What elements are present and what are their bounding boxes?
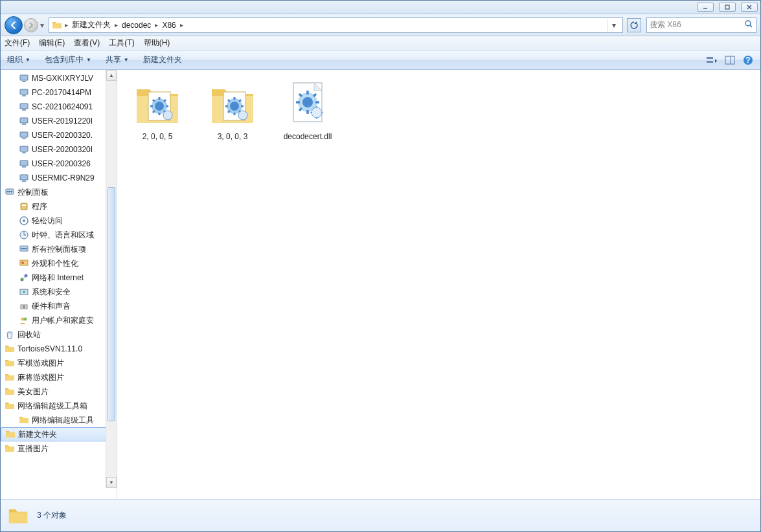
tree-item[interactable]: TortoiseSVN1.11.0 bbox=[1, 342, 117, 356]
tree-item[interactable]: 时钟、语言和区域 bbox=[1, 228, 117, 242]
breadcrumb-item[interactable]: decodec bbox=[119, 19, 153, 31]
tree-item[interactable]: USER-20200326 bbox=[1, 157, 117, 171]
tree-item[interactable]: 程序 bbox=[1, 199, 117, 214]
svg-point-31 bbox=[11, 191, 13, 193]
menu-file[interactable]: 文件(F) bbox=[5, 38, 30, 49]
svg-point-50 bbox=[23, 305, 25, 308]
programs-icon bbox=[19, 201, 29, 212]
file-item[interactable]: 3, 0, 0, 3 bbox=[200, 78, 265, 141]
tree-item[interactable]: 网络编辑超级工具 bbox=[1, 413, 117, 427]
tree-item[interactable]: 外观和个性化 bbox=[1, 256, 117, 271]
refresh-button[interactable] bbox=[627, 18, 641, 32]
forward-button[interactable] bbox=[24, 18, 38, 32]
scroll-thumb[interactable] bbox=[108, 187, 115, 421]
svg-rect-23 bbox=[22, 152, 26, 153]
recycle-icon bbox=[5, 329, 15, 340]
new-folder-button[interactable]: 新建文件夹 bbox=[143, 54, 182, 65]
tree-item[interactable]: 麻将游戏图片 bbox=[1, 370, 117, 384]
folder-icon bbox=[7, 505, 29, 527]
explorer-window: ▾ ▸ 新建文件夹 ▸ decodec ▸ X86 ▸ ▾ 搜索 X86 文件(… bbox=[0, 0, 761, 532]
tree-item-label: SC-20210624091 bbox=[32, 102, 93, 111]
svg-point-77 bbox=[238, 111, 247, 120]
breadcrumb-chevron-icon[interactable]: ▸ bbox=[115, 21, 118, 28]
close-button[interactable] bbox=[741, 3, 758, 12]
tree-item[interactable]: 用户帐户和家庭安 bbox=[1, 313, 117, 327]
breadcrumb-item[interactable]: 新建文件夹 bbox=[69, 18, 113, 32]
svg-rect-13 bbox=[22, 81, 26, 82]
computer-icon bbox=[19, 159, 29, 169]
tree-item[interactable]: 网络和 Internet bbox=[1, 271, 117, 285]
nav-history-dropdown[interactable]: ▾ bbox=[38, 18, 46, 32]
tree-item-label: 回收站 bbox=[17, 329, 41, 340]
tree-item[interactable]: USER-20200320I bbox=[1, 142, 117, 157]
scroll-down-icon[interactable]: ▼ bbox=[106, 477, 117, 488]
tree-item[interactable]: 系统和安全 bbox=[1, 285, 117, 299]
breadcrumb-chevron-icon[interactable]: ▸ bbox=[155, 21, 158, 28]
address-bar[interactable]: ▸ 新建文件夹 ▸ decodec ▸ X86 ▸ ▾ bbox=[49, 17, 623, 33]
svg-line-5 bbox=[750, 25, 752, 27]
control-panel-icon bbox=[19, 244, 29, 254]
svg-point-35 bbox=[23, 219, 25, 222]
include-in-library-button[interactable]: 包含到库中▼ bbox=[45, 54, 91, 65]
tree-item[interactable]: SC-20210624091 bbox=[1, 100, 117, 114]
breadcrumb-item[interactable]: X86 bbox=[159, 19, 178, 31]
menu-bar: 文件(F) 编辑(E) 查看(V) 工具(T) 帮助(H) bbox=[1, 36, 760, 50]
tree-item-label: MS-GXKIXRYJLV bbox=[32, 74, 93, 83]
tree-item[interactable]: 所有控制面板项 bbox=[1, 242, 117, 256]
help-button[interactable]: ? bbox=[742, 54, 754, 66]
menu-tools[interactable]: 工具(T) bbox=[109, 38, 134, 49]
tree-item-label: 所有控制面板项 bbox=[32, 244, 86, 255]
sidebar-scrollbar[interactable]: ▲ ▼ bbox=[106, 70, 117, 488]
view-options-button[interactable] bbox=[706, 54, 718, 66]
breadcrumb-chevron-icon[interactable]: ▸ bbox=[65, 21, 68, 28]
svg-point-30 bbox=[9, 191, 11, 193]
svg-rect-24 bbox=[20, 161, 28, 166]
menu-help[interactable]: 帮助(H) bbox=[144, 38, 170, 49]
tree-item[interactable]: PC-20170414PM bbox=[1, 85, 117, 100]
tree-item[interactable]: USERMIC-R9N29 bbox=[1, 171, 117, 185]
tree-item-label: 系统和安全 bbox=[32, 287, 71, 298]
tree-item[interactable]: 新建文件夹 bbox=[1, 427, 117, 441]
back-button[interactable] bbox=[5, 16, 23, 34]
tree-item[interactable]: USER-20200320. bbox=[1, 128, 117, 142]
tree-item[interactable]: 控制面板 bbox=[1, 185, 117, 199]
tree-item[interactable]: 轻松访问 bbox=[1, 214, 117, 228]
breadcrumb-chevron-icon[interactable]: ▸ bbox=[180, 21, 183, 28]
system-icon bbox=[19, 287, 29, 297]
preview-pane-button[interactable] bbox=[724, 54, 736, 66]
search-box[interactable]: 搜索 X86 bbox=[646, 17, 756, 33]
svg-rect-53 bbox=[8, 331, 12, 333]
minimize-button[interactable] bbox=[697, 3, 714, 12]
menu-view[interactable]: 查看(V) bbox=[74, 38, 100, 49]
file-item[interactable]: 2, 0, 0, 5 bbox=[125, 78, 190, 141]
folder-icon bbox=[5, 401, 15, 411]
address-dropdown[interactable]: ▾ bbox=[607, 19, 620, 32]
tree-item[interactable]: MS-GXKIXRYJLV bbox=[1, 71, 117, 85]
tree-item[interactable]: 网络编辑超级工具箱 bbox=[1, 399, 117, 413]
svg-point-42 bbox=[25, 248, 27, 250]
svg-point-44 bbox=[21, 261, 24, 264]
scroll-up-icon[interactable]: ▲ bbox=[106, 70, 117, 81]
tree-item[interactable]: 军棋游戏图片 bbox=[1, 356, 117, 370]
tree-item[interactable]: 直播图片 bbox=[1, 441, 117, 456]
computer-icon bbox=[19, 144, 29, 155]
folder-icon bbox=[131, 78, 183, 128]
tree-item-label: PC-20170414PM bbox=[32, 88, 91, 97]
tree-item-label: USER-20200320I bbox=[32, 145, 93, 154]
folder-icon bbox=[19, 415, 29, 425]
file-list[interactable]: 2, 0, 0, 5 3, 0, 0, 3 decodecert.dll bbox=[117, 70, 760, 499]
tree-item[interactable]: 美女图片 bbox=[1, 384, 117, 399]
tree-item-label: 直播图片 bbox=[17, 443, 49, 454]
svg-rect-19 bbox=[22, 124, 26, 125]
file-item[interactable]: decodecert.dll bbox=[275, 78, 340, 141]
tree-item[interactable]: 回收站 bbox=[1, 327, 117, 342]
share-button[interactable]: 共享▼ bbox=[106, 54, 129, 65]
maximize-button[interactable] bbox=[719, 3, 736, 12]
menu-edit[interactable]: 编辑(E) bbox=[39, 38, 65, 49]
tree-item-label: 用户帐户和家庭安 bbox=[32, 315, 94, 326]
tree-item[interactable]: USER-20191220I bbox=[1, 114, 117, 128]
organize-button[interactable]: 组织▼ bbox=[7, 54, 30, 65]
tree-item-label: 网络和 Internet bbox=[32, 272, 84, 283]
folder-icon bbox=[52, 20, 62, 30]
tree-item[interactable]: 硬件和声音 bbox=[1, 299, 117, 313]
